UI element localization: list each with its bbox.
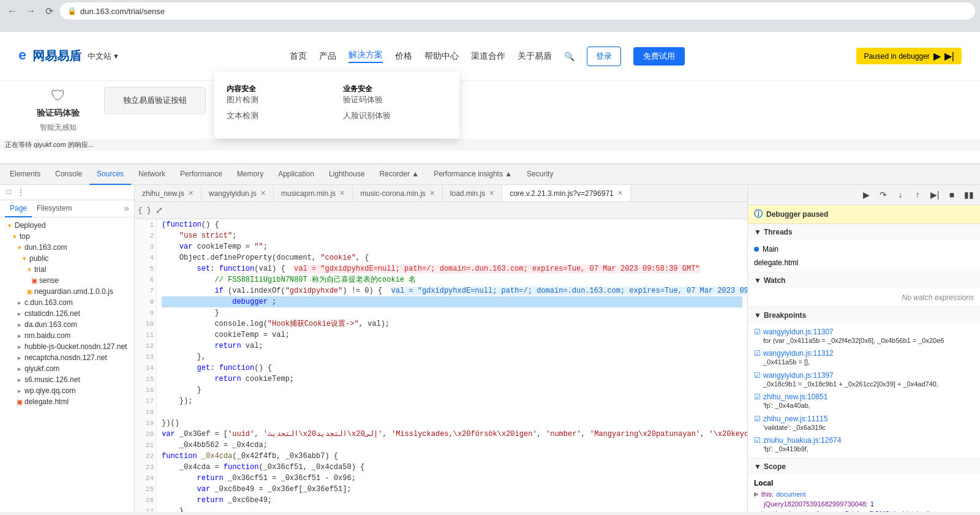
tree-nmbaidu[interactable]: ▸ nm.baidu.com [0,330,134,341]
shield-widget[interactable]: 独立易盾验证按钮 [104,87,206,114]
step-button[interactable]: ▶| [927,187,942,202]
tree-dun163[interactable]: ▾ dun.163.com [0,242,134,253]
thread-delegate-label[interactable]: delegate.html [754,258,798,267]
dropdown-item-face[interactable]: 人脸识别体验 [343,110,447,121]
devtools-tab-security[interactable]: Security [519,164,560,185]
tab-music-corona[interactable]: music-corona.min.js ✕ [353,185,443,202]
devtools-tab-elements[interactable]: Elements [2,164,48,185]
breakpoints-header[interactable]: ▼ Breakpoints [748,307,980,323]
devtools-tab-sources[interactable]: Sources [89,164,131,185]
format-icon[interactable]: { } [137,203,152,218]
new-snippet-icon[interactable]: □ [2,186,15,198]
editor-controls: { } ⤢ [135,202,747,219]
close-musicapm-tab[interactable]: ✕ [339,189,345,197]
resume-button[interactable]: ▶ [859,187,873,202]
bp-file-0[interactable]: wangyiyidun.js:11307 [763,328,944,336]
nav-help[interactable]: 帮助中心 [424,51,459,62]
tree-wpqiye[interactable]: ▸ wp.qiye.qq.com [0,385,134,396]
register-button[interactable]: 登录 [587,47,621,66]
tree-sense[interactable]: ▣ sense [0,275,134,286]
nav-product[interactable]: 产品 [319,51,336,62]
tree-public[interactable]: ▾ public [0,253,134,264]
tree-delegate[interactable]: ▣ delegate.html [0,396,134,407]
tree-cstaticdn[interactable]: ▸ cstaticdn.126.net [0,308,134,319]
address-bar[interactable]: 🔒 dun.163.com/trial/sense [60,2,975,20]
bp-file-2[interactable]: wangyiyidun.js:11397 [763,371,938,380]
code-line-8: debugger ; [162,296,742,307]
more-options-icon[interactable]: ⋮ [15,186,27,198]
step-icon[interactable]: ▶| [944,50,954,62]
tab-musicapm[interactable]: musicapm.min.js ✕ [274,185,353,202]
devtools-tab-application[interactable]: Application [271,164,322,185]
nav-home[interactable]: 首页 [290,51,307,62]
watch-header[interactable]: ▼ Watch [748,273,980,288]
lang-switch[interactable]: 中文站 ▾ [88,51,118,62]
bp-file-5[interactable]: znuhu_huakua.js:12674 [763,436,841,445]
trial-button[interactable]: 免费试用 [633,47,685,66]
bp-checkbox-1[interactable]: ☑ [754,349,761,358]
resume-icon[interactable]: ▶ [933,50,941,62]
devtools-tab-recorder[interactable]: Recorder ▲ [372,164,427,185]
expand-icon[interactable]: ⤢ [152,203,167,218]
sources-tab-filesystem[interactable]: Filesystem [32,200,77,217]
step-into-button[interactable]: ↓ [893,187,908,202]
bp-file-3[interactable]: zhihu_new.js:10851 [763,393,827,401]
tree-qiyukf[interactable]: ▸ qiyukf.com [0,363,134,374]
bp-file-4[interactable]: zhihu_new.js:11115 [763,415,827,423]
bp-checkbox-4[interactable]: ☑ [754,415,761,423]
tree-top[interactable]: ▾ top [0,231,134,242]
tree-neguardian[interactable]: ▣ neguardian.umd.1.0.0.js [0,286,134,297]
dropdown-item-img[interactable]: 图片检测 [227,94,331,105]
devtools-tab-lighthouse[interactable]: Lighthouse [322,164,372,185]
tree-dadun163[interactable]: ▸ da.dun.163.com [0,319,134,330]
close-music-corona-tab[interactable]: ✕ [429,189,435,197]
close-zhihu-tab[interactable]: ✕ [188,189,194,197]
devtools-tab-perf-insights[interactable]: Performance insights ▲ [426,164,519,185]
scope-local-title: Local [754,477,974,489]
threads-header[interactable]: ▼ Threads [748,224,980,240]
tab-zhihu[interactable]: zhihu_new.js ✕ [135,185,202,202]
threads-expand-icon: ▼ [754,228,761,236]
tab-wangyiyi[interactable]: wangyiyidun.js ✕ [202,185,274,202]
refresh-button[interactable]: ⟳ [42,4,56,18]
devtools-tab-performance[interactable]: Performance [173,164,230,185]
tree-trial[interactable]: ▾ trial [0,264,134,275]
back-button[interactable]: ← [5,4,20,18]
dropdown-item-text[interactable]: 文本检测 [227,110,331,121]
sources-tab-more[interactable]: » [124,204,129,214]
scope-this: ▶ this: document [754,489,974,499]
tab-load[interactable]: load.min.js ✕ [443,185,502,202]
tree-s6music[interactable]: ▸ s6.music.126.net [0,374,134,385]
bp-checkbox-2[interactable]: ☑ [754,371,761,380]
tree-hubble[interactable]: ▸ hubble-js-0ucket.nosdn.127.net [0,341,134,352]
devtools-tab-memory[interactable]: Memory [230,164,271,185]
forward-button[interactable]: → [23,4,38,18]
nav-channel[interactable]: 渠道合作 [471,51,505,62]
bp-file-1[interactable]: wangyiyidun.js:11312 [763,349,834,358]
nav-about[interactable]: 关于易盾 [518,51,552,62]
cstaticdn-folder-icon: ▸ [15,310,24,318]
nav-solution[interactable]: 解决方案 [349,50,383,63]
devtools-tab-console[interactable]: Console [48,164,89,185]
bp-checkbox-3[interactable]: ☑ [754,393,761,401]
step-over-button[interactable]: ↷ [876,187,891,202]
dropdown-item-captcha[interactable]: 验证码体验 [343,94,447,105]
devtools-tab-network[interactable]: Network [131,164,173,185]
pause-on-exception-button[interactable]: ▮▮ [962,187,976,202]
close-wangyiyi-tab[interactable]: ✕ [260,189,266,197]
tree-deployed[interactable]: ▾ Deployed [0,220,134,231]
bp-checkbox-0[interactable]: ☑ [754,328,761,336]
tab-core[interactable]: core.v.2.21.3.min.js?v=2796971 ✕ [502,185,631,202]
close-load-tab[interactable]: ✕ [489,189,494,197]
scope-header[interactable]: ▼ Scope [748,459,980,475]
tree-necaptcha[interactable]: ▸ necaptcha.nosdn.127.net [0,352,134,363]
deactivate-button[interactable]: ■ [944,187,959,202]
bp-checkbox-5[interactable]: ☑ [754,436,761,445]
search-icon[interactable]: 🔍 [564,51,575,61]
tree-cdun163[interactable]: ▸ c.dun.163.com [0,297,134,308]
bp-item-2: ☑ wangyiyidun.js:11397 _0x18c9b1 = _0x18… [754,369,974,391]
sources-tab-page[interactable]: Page [5,200,32,217]
nav-price[interactable]: 价格 [395,51,412,62]
step-out-button[interactable]: ↑ [910,187,925,202]
close-core-tab[interactable]: ✕ [617,189,623,197]
